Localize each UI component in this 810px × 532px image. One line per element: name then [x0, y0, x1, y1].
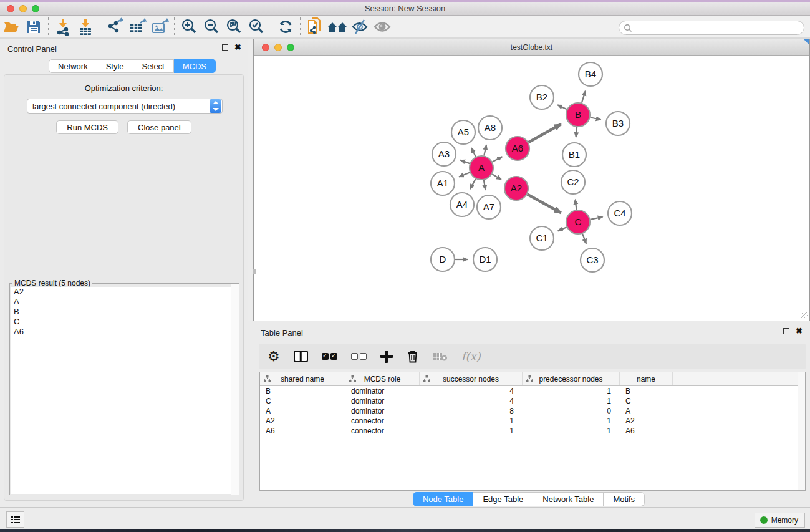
- graph-edge-A-A8[interactable]: [484, 145, 486, 155]
- graph-node-B4[interactable]: B4: [579, 62, 602, 86]
- tab-edge-table[interactable]: Edge Table: [473, 492, 533, 506]
- graph-node-A8[interactable]: A8: [478, 116, 502, 140]
- graph-node-A[interactable]: A: [470, 156, 493, 180]
- table-cell[interactable]: dominator: [345, 406, 420, 416]
- column-header-MCDS-role[interactable]: MCDS role: [345, 372, 420, 385]
- table-cell[interactable]: 1: [523, 386, 620, 396]
- table-row[interactable]: Cdominator41C: [260, 396, 805, 406]
- graph-node-C1[interactable]: C1: [530, 226, 554, 250]
- table-cell[interactable]: A2: [620, 416, 673, 426]
- mcds-result-item[interactable]: A2: [11, 287, 238, 297]
- mcds-result-item[interactable]: B: [11, 307, 238, 317]
- network-canvas[interactable]: B4B2BB3A5A8A6B1A3AA1C2A2A4A7C4CC1DD1C3: [254, 56, 809, 321]
- table-cell[interactable]: 1: [420, 426, 523, 436]
- delete-column-icon[interactable]: [407, 350, 419, 364]
- table-cell[interactable]: 1: [523, 396, 620, 406]
- table-row[interactable]: Bdominator41B: [260, 386, 805, 396]
- table-cell[interactable]: dominator: [345, 386, 420, 396]
- graph-node-B3[interactable]: B3: [606, 112, 630, 135]
- graph-edge-C-C2[interactable]: [575, 200, 576, 210]
- delete-table-icon[interactable]: [433, 352, 448, 362]
- graph-node-C3[interactable]: C3: [581, 248, 604, 272]
- close-panel-button[interactable]: Close panel: [127, 120, 191, 134]
- graph-edge-B-B1[interactable]: [576, 127, 577, 137]
- export-image-button[interactable]: [148, 17, 171, 37]
- hide-style-button[interactable]: [349, 17, 371, 37]
- graph-edge-A-A4[interactable]: [470, 179, 476, 190]
- table-cell[interactable]: 1: [420, 416, 523, 426]
- graph-node-A1[interactable]: A1: [431, 172, 455, 195]
- zoom-in-button[interactable]: [178, 17, 200, 37]
- tab-style[interactable]: Style: [97, 59, 133, 73]
- split-view-icon[interactable]: [294, 351, 308, 362]
- criterion-select[interactable]: largest connected component (directed): [27, 99, 223, 114]
- tab-network[interactable]: Network: [49, 59, 97, 73]
- graph-node-A4[interactable]: A4: [450, 193, 474, 216]
- table-cell[interactable]: 1: [523, 416, 620, 426]
- import-network-button[interactable]: [52, 17, 74, 37]
- graph-node-A6[interactable]: A6: [506, 137, 529, 160]
- graph-edge-B-B2[interactable]: [557, 105, 567, 109]
- graph-edge-B-B3[interactable]: [591, 117, 601, 120]
- run-mcds-button[interactable]: Run MCDS: [56, 120, 118, 134]
- float-panel-icon[interactable]: [222, 44, 228, 51]
- tab-motifs[interactable]: Motifs: [604, 492, 645, 506]
- graph-node-A5[interactable]: A5: [451, 120, 475, 144]
- table-scrollbar[interactable]: [798, 372, 805, 490]
- show-graphics-button[interactable]: [371, 17, 393, 37]
- search-field[interactable]: [619, 21, 804, 35]
- tab-select[interactable]: Select: [133, 59, 174, 73]
- graph-edge-B-B4[interactable]: [582, 91, 586, 103]
- mcds-result-item[interactable]: C: [11, 317, 238, 327]
- table-cell[interactable]: 4: [420, 386, 523, 396]
- table-row[interactable]: A6connector11A6: [260, 426, 805, 436]
- graph-edge-A-A3[interactable]: [460, 160, 470, 163]
- close-table-panel-icon[interactable]: ✖: [796, 328, 803, 334]
- table-cell[interactable]: B: [620, 386, 673, 396]
- graph-edge-A-A6[interactable]: [493, 157, 503, 162]
- table-cell[interactable]: B: [260, 386, 345, 396]
- column-header-name[interactable]: name: [620, 372, 673, 385]
- copy-network-button[interactable]: [304, 17, 326, 37]
- function-builder-icon[interactable]: f(x): [461, 350, 481, 363]
- first-neighbors-button[interactable]: [326, 17, 349, 37]
- close-panel-icon[interactable]: ✖: [234, 44, 241, 51]
- table-cell[interactable]: connector: [345, 426, 420, 436]
- graph-node-D[interactable]: D: [431, 248, 455, 271]
- table-cell[interactable]: 0: [523, 406, 620, 416]
- refresh-button[interactable]: [274, 17, 297, 37]
- table-cell[interactable]: C: [620, 396, 673, 406]
- table-cell[interactable]: 4: [420, 396, 523, 406]
- export-network-button[interactable]: [104, 17, 126, 37]
- table-cell[interactable]: C: [260, 396, 345, 406]
- graph-node-A7[interactable]: A7: [477, 195, 501, 219]
- graph-node-C[interactable]: C: [566, 210, 590, 234]
- graph-edge-A-A5[interactable]: [471, 148, 476, 157]
- export-table-button[interactable]: [126, 17, 148, 37]
- zoom-fit-button[interactable]: [223, 17, 245, 37]
- graph-node-C2[interactable]: C2: [561, 170, 585, 194]
- result-list-scrollbar[interactable]: [231, 284, 239, 495]
- frame-resize-corner-icon[interactable]: [804, 39, 809, 45]
- import-table-button[interactable]: [74, 17, 97, 37]
- search-input[interactable]: [632, 24, 804, 32]
- column-header-shared-name[interactable]: shared name: [260, 372, 345, 385]
- column-header-successor-nodes[interactable]: successor nodes: [420, 372, 523, 385]
- deselect-all-icon[interactable]: [351, 353, 367, 360]
- network-window-titlebar[interactable]: testGlobe.txt: [254, 39, 809, 56]
- graph-node-D1[interactable]: D1: [473, 248, 497, 271]
- node-table[interactable]: shared nameMCDS rolesuccessor nodesprede…: [259, 372, 806, 491]
- open-session-button[interactable]: [0, 17, 22, 37]
- mcds-result-item[interactable]: A: [11, 297, 238, 307]
- column-header-predecessor-nodes[interactable]: predecessor nodes: [523, 372, 620, 385]
- graph-node-A2[interactable]: A2: [504, 177, 528, 200]
- table-cell[interactable]: A6: [260, 426, 345, 436]
- graph-edge-C-C4[interactable]: [591, 217, 603, 220]
- tab-node-table[interactable]: Node Table: [413, 492, 474, 506]
- table-cell[interactable]: A6: [620, 426, 673, 436]
- graph-node-C4[interactable]: C4: [608, 201, 632, 225]
- graph-edge-A2-C[interactable]: [528, 195, 561, 213]
- select-all-icon[interactable]: [322, 353, 337, 360]
- table-cell[interactable]: dominator: [345, 396, 420, 406]
- zoom-selected-button[interactable]: [245, 17, 268, 37]
